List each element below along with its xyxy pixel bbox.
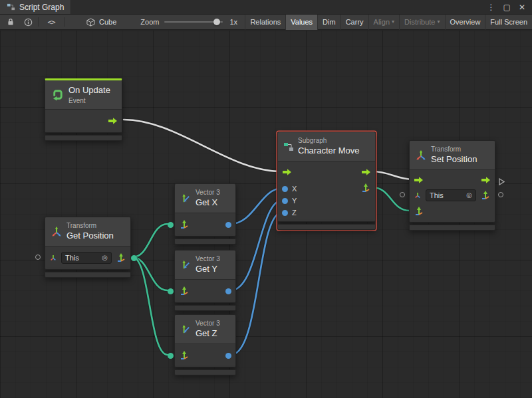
node-get-z[interactable]: Vector 3 Get Z <box>174 314 236 375</box>
wire-charactermove-to-setposition-flow <box>372 171 414 179</box>
node-header[interactable]: Subgraph Character Move <box>278 132 375 161</box>
setposition-this-input-port[interactable] <box>400 192 405 197</box>
node-category: Event <box>68 96 110 105</box>
lock-icon[interactable] <box>5 15 17 29</box>
this-value: This <box>430 191 444 199</box>
input-port-z[interactable] <box>282 210 288 216</box>
flow-output-port[interactable] <box>481 176 491 184</box>
setposition-flow-continue-port[interactable] <box>499 176 505 188</box>
zoom-value: 1x <box>229 18 237 26</box>
vector3-icon <box>180 324 192 335</box>
node-footer <box>277 224 376 230</box>
vector3-icon <box>180 193 192 204</box>
values-button[interactable]: Values <box>285 15 317 30</box>
vector3-output-port-icon[interactable] <box>360 183 371 193</box>
this-field[interactable]: This ◎ <box>426 189 476 201</box>
flow-output-port[interactable] <box>108 117 118 125</box>
input-port-y[interactable] <box>282 198 288 204</box>
node-get-x[interactable]: Vector 3 Get X <box>174 183 236 245</box>
menu-icon[interactable]: ⋮ <box>484 3 499 12</box>
tab-title: Script Graph <box>19 3 64 12</box>
distribute-button[interactable]: Distribute ▾ <box>399 15 444 30</box>
vector3-input-port-icon[interactable] <box>414 206 424 217</box>
graph-canvas[interactable]: On Update Event <box>0 31 532 398</box>
window-controls: ⋮ ▢ ✕ <box>484 0 532 14</box>
this-value: This <box>65 254 79 262</box>
getposition-this-input-port[interactable] <box>35 254 41 260</box>
titlebar: Script Graph ⋮ ▢ ✕ <box>0 0 532 15</box>
wire-charactermove-to-setposition-vector <box>372 187 410 211</box>
node-get-y[interactable]: Vector 3 Get Y <box>174 250 236 311</box>
float-output-port[interactable] <box>225 353 231 359</box>
vector3-output-port[interactable] <box>131 255 137 261</box>
float-output-port[interactable] <box>225 288 231 294</box>
dim-button[interactable]: Dim <box>317 15 340 30</box>
target-picker-icon[interactable]: ◎ <box>102 254 108 261</box>
carry-button[interactable]: Carry <box>340 15 368 30</box>
transform-mini-icon <box>414 191 422 199</box>
code-view-icon[interactable]: <> <box>43 15 60 29</box>
vector3-output-port-icon[interactable] <box>480 190 491 201</box>
cube-icon <box>84 15 96 29</box>
node-header[interactable]: Transform Get Position <box>45 217 130 247</box>
align-button[interactable]: Align ▾ <box>368 15 399 30</box>
node-footer <box>174 239 236 245</box>
maximize-icon[interactable]: ▢ <box>500 3 514 12</box>
node-character-move[interactable]: Subgraph Character Move X <box>277 132 376 230</box>
input-port-x[interactable] <box>282 186 288 192</box>
node-footer <box>409 225 495 231</box>
node-footer <box>45 272 131 278</box>
flow-input-port[interactable] <box>282 168 292 176</box>
info-icon[interactable] <box>22 15 34 29</box>
node-title: Get Y <box>196 263 220 275</box>
target-object-label[interactable]: Cube <box>99 18 116 26</box>
close-icon[interactable]: ✕ <box>515 3 529 12</box>
node-header[interactable]: On Update Event <box>45 80 122 110</box>
setposition-value-continue-port[interactable] <box>498 192 503 197</box>
relations-button[interactable]: Relations <box>245 15 285 30</box>
node-header[interactable]: Vector 3 Get Z <box>175 315 235 344</box>
graph-toolbar: <> Cube Zoom 1x Relations Values Dim Car… <box>0 15 532 30</box>
node-set-position[interactable]: Transform Set Position <box>409 140 495 231</box>
node-on-update[interactable]: On Update Event <box>45 78 122 141</box>
zoom-slider[interactable] <box>164 15 223 29</box>
vector3-output-port-icon[interactable] <box>116 252 126 263</box>
target-picker-icon[interactable]: ◎ <box>466 192 472 199</box>
overview-button[interactable]: Overview <box>445 15 485 30</box>
node-header[interactable]: Transform Set Position <box>410 141 495 170</box>
node-footer <box>45 135 122 141</box>
full-screen-button[interactable]: Full Screen <box>485 15 532 30</box>
vector3-input-port-icon[interactable] <box>179 350 190 361</box>
flow-output-port[interactable] <box>361 168 371 176</box>
wire-getposition-to-getx <box>132 224 168 257</box>
this-field[interactable]: This ◎ <box>61 252 112 264</box>
script-graph-icon <box>7 3 15 11</box>
vector3-input-port[interactable] <box>168 222 174 228</box>
node-title: Set Position <box>431 153 477 165</box>
port-label-z: Z <box>292 209 297 217</box>
node-title: Get X <box>196 197 220 209</box>
node-category: Subgraph <box>298 136 359 145</box>
flow-input-port[interactable] <box>414 176 424 184</box>
node-category: Transform <box>431 145 477 153</box>
vector3-input-port-icon[interactable] <box>179 219 190 230</box>
transform-icon <box>51 226 63 238</box>
vector3-input-port[interactable] <box>168 353 174 359</box>
node-title: On Update <box>68 84 110 96</box>
vector3-input-port-icon[interactable] <box>179 286 190 296</box>
dropdown-caret-icon: ▾ <box>392 19 394 25</box>
node-header[interactable]: Vector 3 Get X <box>175 184 235 213</box>
zoom-slider-handle[interactable] <box>213 19 220 25</box>
toolbar-separator <box>38 17 39 27</box>
float-output-port[interactable] <box>225 222 231 228</box>
transform-mini-icon <box>49 254 57 262</box>
vector3-input-port[interactable] <box>168 288 174 294</box>
transform-icon <box>415 149 427 161</box>
zoom-label: Zoom <box>140 18 159 26</box>
node-header[interactable]: Vector 3 Get Y <box>175 250 235 280</box>
node-get-position[interactable]: Transform Get Position This ◎ <box>45 217 131 278</box>
port-label-y: Y <box>292 197 297 205</box>
tab-script-graph[interactable]: Script Graph <box>0 0 71 14</box>
node-category: Vector 3 <box>196 319 220 328</box>
port-label-x: X <box>292 185 297 193</box>
